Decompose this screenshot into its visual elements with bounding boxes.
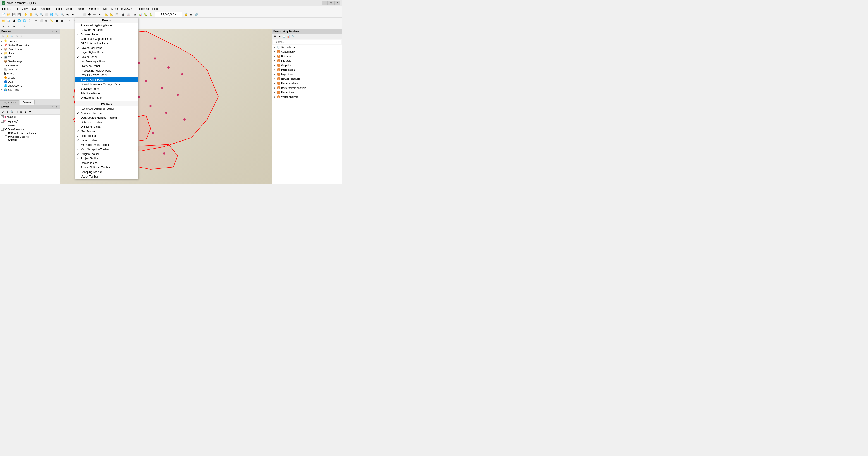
menu-mmqgis[interactable]: MMQGIS [120, 7, 134, 11]
layer-item-esri[interactable]: 🗺 ESRI [0, 139, 60, 142]
panel-advanced-digitizing[interactable]: Advanced Digitizing Panel [75, 23, 138, 28]
tb-saveas[interactable]: 💾 [17, 12, 22, 17]
layers-expand[interactable]: ⊞ [14, 110, 19, 114]
tb2-raster[interactable]: 🖼 [11, 18, 16, 23]
layer-item-polygon3[interactable]: □ polygon_3 [0, 119, 60, 124]
proc-item-raster-terrain[interactable]: ▶ Q Raster terrain analysis [272, 86, 342, 90]
proc-item-database[interactable]: ▶ Q Database [272, 54, 342, 58]
tb-open[interactable]: 📂 [6, 12, 11, 17]
menu-edit[interactable]: Edit [12, 7, 20, 11]
layers-down[interactable]: ▼ [28, 110, 32, 114]
layers-remove[interactable]: 🗑 [19, 110, 23, 114]
layer-check-sample1[interactable] [1, 116, 4, 118]
browser-item-favorites[interactable]: ▶⭐Favorites [0, 39, 60, 43]
browser-item-db2[interactable]: 🔵DB2 [0, 80, 60, 84]
menu-plugins[interactable]: Plugins [52, 7, 64, 11]
panel-tile-scale[interactable]: Tile Scale Panel [75, 91, 138, 95]
proc-item-graphics[interactable]: ▶ Q Graphics [272, 63, 342, 67]
toolbar-snapping[interactable]: Snapping Toolbar [75, 170, 138, 174]
tb-zoom-sel[interactable]: 🔍 [60, 12, 64, 17]
layers-content[interactable]: ■ sample1 □ polygon_3 ─ GHI 🗺 OpenStreet… [0, 115, 60, 184]
toolbar-project[interactable]: ✓ Project Toolbar [75, 156, 138, 161]
proc-tb-1[interactable]: ⚙ [273, 34, 277, 38]
menu-settings[interactable]: Settings [39, 7, 52, 11]
layer-item-osm[interactable]: 🗺 OpenStreetMap [0, 127, 60, 131]
browser-content[interactable]: ▶⭐Favorites ▶📌Spatial Bookmarks ▶🏠Projec… [0, 39, 60, 99]
panel-gps-info[interactable]: GPS Information Panel [75, 41, 138, 46]
toolbar-label[interactable]: ✓ Label Toolbar [75, 138, 138, 143]
layer-item-ghi[interactable]: ─ GHI [0, 124, 60, 127]
tb2-add-pt[interactable]: ⊕ [44, 18, 49, 23]
panel-browser-2[interactable]: Browser (2) Panel [75, 28, 138, 32]
toolbar-help[interactable]: ✓ Help Toolbar [75, 133, 138, 138]
tb-print[interactable]: 🖨 [121, 12, 126, 17]
browser-info[interactable]: ℹ [19, 34, 23, 38]
layers-up[interactable]: ▲ [24, 110, 28, 114]
tb-python[interactable]: 🐍 [148, 12, 153, 17]
tb-zoom-out[interactable]: 🔍 [39, 12, 44, 17]
panel-layer-order[interactable]: ✓ Layer Order Panel [75, 46, 138, 50]
panel-processing-toolbox[interactable]: ✓ Processing Toolbox Panel [75, 68, 138, 73]
proc-item-cartography[interactable]: ▶ Q Cartography [272, 49, 342, 54]
layers-open-layer-styling[interactable]: ✓ [1, 110, 5, 114]
panel-overview[interactable]: Overview Panel [75, 64, 138, 68]
browser-item-postgis[interactable]: 🐘PostGIS [0, 67, 60, 71]
tb2-del[interactable]: 🗑 [60, 18, 64, 23]
proc-item-raster-tools[interactable]: ▶ Q Raster tools [272, 90, 342, 95]
browser-item-xyz[interactable]: ▼🌍XYZ Tiles [0, 88, 60, 92]
layer-check-ghi[interactable] [4, 124, 7, 127]
layer-check-osm[interactable] [1, 128, 4, 131]
tb2-node[interactable]: ⬜ [39, 18, 44, 23]
layer-item-gsh[interactable]: 🗺 Google Satellite Hybrid [0, 131, 60, 135]
toolbar-data-source-manager[interactable]: ✓ Data Source Manager Toolbar [75, 116, 138, 120]
layers-panel-collapse[interactable]: ⊟ [51, 105, 54, 109]
tb2-wms[interactable]: 🌐 [17, 18, 22, 23]
tb2-wfs[interactable]: 🌐 [22, 18, 27, 23]
tb2-edit[interactable]: ✏ [33, 18, 38, 23]
browser-panel-collapse[interactable]: ⊟ [51, 29, 54, 33]
panel-undo-redo[interactable]: Undo/Redo Panel [75, 95, 138, 100]
layer-check-gs[interactable] [4, 135, 7, 138]
tb-new[interactable]: 📄 [1, 12, 6, 17]
tb-tile[interactable]: ⊞ [133, 12, 137, 17]
proc-tb-3[interactable]: 🕐 [282, 34, 286, 38]
tb2-vector[interactable]: 📊 [6, 18, 11, 23]
layers-add-group[interactable]: ⊕ [5, 110, 9, 114]
browser-item-projecthome[interactable]: ▶🏠Project Home [0, 47, 60, 51]
toolbar-geodatafarm[interactable]: ✓ GeoDataFarm [75, 129, 138, 133]
tb-zoom-rubber[interactable]: ⬜ [44, 12, 49, 17]
panel-browser[interactable]: ✓ Browser Panel [75, 32, 138, 37]
tb3-4[interactable]: ↕ [17, 24, 22, 29]
browser-item-mssql[interactable]: 🗄MSSQL [0, 71, 60, 75]
browser-collapse[interactable]: ⊟ [14, 34, 19, 38]
processing-search-input[interactable] [273, 40, 341, 44]
tb-scale-input[interactable]: 1:1,000,000 ▾ [155, 12, 182, 17]
tb2-add-ln[interactable]: 📏 [49, 18, 54, 23]
tb-grid[interactable]: ⊞ [189, 12, 194, 17]
menu-mesh[interactable]: Mesh [110, 7, 119, 11]
maximize-button[interactable]: □ [328, 1, 334, 5]
toolbar-shape-digitizing[interactable]: ✓ Shape Digitizing Toolbar [75, 165, 138, 170]
tb2-undo[interactable]: ↩ [66, 18, 71, 23]
tb-lock[interactable]: 🔒 [184, 12, 189, 17]
tb-zoom-full[interactable]: 🌐 [49, 12, 54, 17]
tb-debug[interactable]: 🐛 [143, 12, 148, 17]
layer-check-esri[interactable] [4, 139, 7, 142]
browser-item-wms[interactable]: 🌐WMS/WMTS [0, 84, 60, 88]
proc-item-file-tools[interactable]: ▶ Q File tools [272, 58, 342, 63]
menu-raster[interactable]: Raster [75, 7, 86, 11]
tb2-datasrc[interactable]: 📂 [1, 18, 6, 23]
minimize-button[interactable]: ─ [321, 1, 328, 5]
toolbar-plugins[interactable]: ✓ Plugins Toolbar [75, 152, 138, 156]
browser-item-geopackage[interactable]: 📦GeoPackage [0, 59, 60, 63]
tb2-db[interactable]: 🗄 [27, 18, 32, 23]
layer-check-gsh[interactable] [4, 132, 7, 134]
browser-item-oracle[interactable]: 🔶Oracle [0, 75, 60, 80]
panel-search-qms[interactable]: Search QMS Panel [75, 78, 138, 82]
tb-measure[interactable]: 📐 [104, 12, 109, 17]
menu-project[interactable]: Project [1, 7, 12, 11]
tb-stat[interactable]: 📊 [138, 12, 143, 17]
proc-tb-5[interactable]: 🔧 [291, 34, 295, 38]
panel-log-messages[interactable]: Log Messages Panel [75, 59, 138, 64]
browser-panel-close[interactable]: ✕ [55, 29, 58, 33]
